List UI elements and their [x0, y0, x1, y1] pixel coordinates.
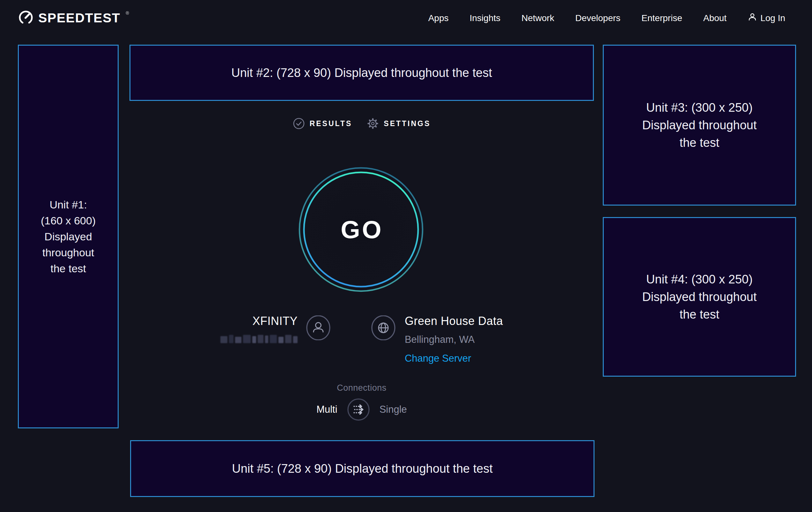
ad-unit-2-text: Unit #2: (728 x 90) Displayed throughout…: [231, 66, 492, 80]
go-label: GO: [298, 166, 424, 293]
connections-single-option[interactable]: Single: [379, 404, 407, 415]
ad-unit-2-banner-top[interactable]: Unit #2: (728 x 90) Displayed throughout…: [129, 45, 594, 101]
nav-item-about[interactable]: About: [703, 13, 727, 23]
top-nav-bar: SPEEDTEST ® Apps Insights Network Develo…: [0, 0, 812, 36]
tab-settings[interactable]: SETTINGS: [367, 117, 431, 130]
main-nav: Apps Insights Network Developers Enterpr…: [428, 0, 785, 36]
ad-unit-5-text: Unit #5: (728 x 90) Displayed throughout…: [232, 462, 492, 476]
user-icon: [748, 12, 757, 24]
ad-unit-3-text: Unit #3: (300 x 250) Displayed throughou…: [642, 99, 756, 152]
connections-multi-option[interactable]: Multi: [316, 404, 337, 415]
login-button[interactable]: Log In: [748, 12, 785, 24]
login-label: Log In: [760, 13, 785, 23]
go-button[interactable]: GO: [298, 166, 424, 293]
ad-unit-4-rectangle[interactable]: Unit #4: (300 x 250) Displayed throughou…: [603, 217, 796, 377]
speedtest-page: SPEEDTEST ® Apps Insights Network Develo…: [0, 0, 812, 512]
nav-item-developers[interactable]: Developers: [575, 13, 621, 23]
server-name: Green House Data: [405, 315, 503, 328]
tab-results[interactable]: RESULTS: [293, 117, 352, 130]
client-info: XFINITY: [221, 315, 297, 364]
server-info: Green House Data Bellingham, WA Change S…: [405, 315, 503, 364]
isp-person-icon: [306, 315, 331, 340]
server-globe-icon: [371, 315, 396, 340]
gauge-icon: [18, 9, 34, 27]
nav-item-apps[interactable]: Apps: [428, 13, 449, 23]
connections-label: Connections: [129, 383, 594, 393]
client-isp-name: XFINITY: [252, 315, 297, 328]
change-server-link[interactable]: Change Server: [405, 353, 503, 364]
connection-info-row: XFINITY: [129, 315, 594, 364]
connections-toggle-icon[interactable]: [347, 398, 370, 421]
gear-icon: [367, 117, 379, 130]
client-ip-redacted: [221, 335, 297, 343]
nav-item-network[interactable]: Network: [521, 13, 554, 23]
nav-item-enterprise[interactable]: Enterprise: [641, 13, 682, 23]
logo-trademark: ®: [126, 10, 129, 16]
tab-results-label: RESULTS: [310, 119, 352, 128]
ad-unit-5-banner-bottom[interactable]: Unit #5: (728 x 90) Displayed throughout…: [130, 440, 594, 497]
connections-toggle-row: Multi Single: [129, 398, 594, 421]
check-circle-icon: [293, 117, 305, 130]
ad-unit-3-rectangle[interactable]: Unit #3: (300 x 250) Displayed throughou…: [603, 45, 796, 206]
speedtest-logo[interactable]: SPEEDTEST ®: [18, 9, 128, 27]
tab-settings-label: SETTINGS: [384, 119, 431, 128]
tabs-row: RESULTS: [129, 117, 594, 130]
ad-unit-4-text: Unit #4: (300 x 250) Displayed throughou…: [642, 271, 756, 323]
server-location: Bellingham, WA: [405, 334, 503, 345]
nav-item-insights[interactable]: Insights: [470, 13, 501, 23]
ad-unit-1-skyscraper[interactable]: Unit #1: (160 x 600) Displayed throughou…: [18, 45, 119, 428]
logo-wordmark: SPEEDTEST: [38, 10, 120, 26]
ad-unit-1-text: Unit #1: (160 x 600) Displayed throughou…: [41, 197, 96, 276]
